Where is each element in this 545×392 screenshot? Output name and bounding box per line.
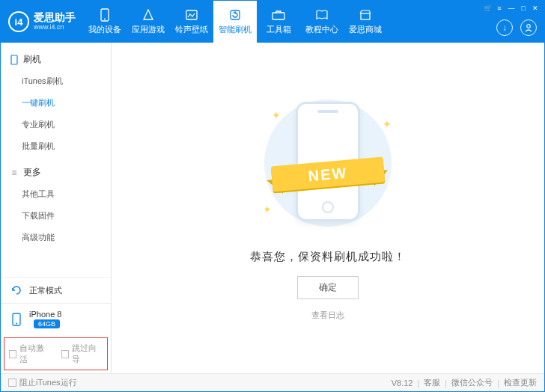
- nav-tutorials[interactable]: 教程中心: [300, 1, 344, 43]
- phone-icon: [10, 55, 19, 64]
- checkbox-skip-wizard[interactable]: 跳过向导: [61, 343, 103, 365]
- user-controls: ↓: [489, 13, 544, 43]
- nav-flash[interactable]: 智能刷机: [213, 1, 257, 43]
- window-controls: 🛒 ≡ — □ ✕: [483, 1, 544, 13]
- checkbox-icon: [9, 350, 16, 358]
- logo-icon: i4: [8, 11, 29, 32]
- update-link[interactable]: 检查更新: [504, 377, 537, 388]
- phone-icon: [98, 8, 112, 22]
- svg-rect-7: [11, 55, 17, 64]
- bottom-options-highlighted: 自动激活 跳过向导: [4, 337, 108, 370]
- toolbox-icon: [272, 8, 285, 22]
- support-link[interactable]: 客服: [424, 377, 440, 388]
- menu-icon[interactable]: ≡: [495, 4, 504, 13]
- version-label: V8.12: [392, 379, 413, 388]
- device-model: iPhone 8: [29, 310, 61, 319]
- sidebar-section-more[interactable]: ≡ 更多: [1, 162, 111, 183]
- topbar: i4 爱思助手 www.i4.cn 我的设备 应用游戏 铃声壁纸 智能刷机 工具…: [1, 1, 544, 43]
- nav-ringtones[interactable]: 铃声壁纸: [170, 1, 213, 43]
- brand-url: www.i4.cn: [34, 24, 76, 31]
- book-icon: [315, 8, 329, 22]
- logo-text: 爱思助手 www.i4.cn: [34, 12, 76, 31]
- minimize-icon[interactable]: —: [507, 4, 516, 13]
- mode-panel[interactable]: 正常模式: [1, 278, 111, 303]
- nav-label: 教程中心: [305, 24, 338, 35]
- cart-icon[interactable]: 🛒: [483, 4, 492, 13]
- sidebar-item-oneclick-flash[interactable]: 一键刷机: [1, 92, 111, 114]
- sidebar-item-itunes-flash[interactable]: iTunes刷机: [1, 70, 111, 92]
- checkbox-auto-activate[interactable]: 自动激活: [9, 343, 51, 365]
- download-icon[interactable]: ↓: [496, 19, 513, 36]
- main-area: 刷机 iTunes刷机 一键刷机 专业刷机 批量刷机 ≡ 更多 其他工具 下载固…: [1, 43, 544, 373]
- checkbox-icon: [61, 350, 69, 358]
- view-log-link[interactable]: 查看日志: [311, 310, 344, 321]
- more-icon: ≡: [10, 168, 19, 177]
- checkbox-block-itunes[interactable]: 阻止iTunes运行: [8, 377, 77, 388]
- chk-label: 跳过向导: [72, 343, 103, 365]
- nav-label: 应用游戏: [132, 24, 165, 35]
- success-message: 恭喜您，保资料刷机成功啦！: [250, 250, 406, 264]
- logo-block[interactable]: i4 爱思助手 www.i4.cn: [1, 1, 83, 43]
- device-icon: [10, 313, 23, 326]
- nav-store[interactable]: 爱思商城: [344, 1, 387, 43]
- confirm-button[interactable]: 确定: [297, 276, 359, 299]
- close-icon[interactable]: ✕: [531, 4, 540, 13]
- brand-name: 爱思助手: [34, 12, 76, 23]
- statusbar: 阻止iTunes运行 V8.12 | 客服 | 微信公众号 | 检查更新: [1, 373, 544, 391]
- section-title: 刷机: [23, 53, 41, 66]
- sidebar-item-advanced[interactable]: 高级功能: [1, 227, 111, 248]
- sidebar-item-batch-flash[interactable]: 批量刷机: [1, 135, 111, 157]
- chk-label: 阻止iTunes运行: [19, 377, 77, 388]
- svg-rect-2: [186, 10, 197, 19]
- success-hero: ✦ ✦ ✦ NEW 恭喜您，保资料刷机成功啦！ 确定 查看日志: [250, 88, 406, 321]
- device-capacity: 64GB: [34, 319, 60, 328]
- checkbox-icon: [8, 379, 16, 387]
- svg-point-9: [16, 322, 17, 324]
- flash-icon: [228, 8, 242, 22]
- sidebar-item-pro-flash[interactable]: 专业刷机: [1, 114, 111, 135]
- nav-my-device[interactable]: 我的设备: [83, 1, 127, 43]
- sparkle-icon: ✦: [272, 109, 281, 121]
- nav-label: 爱思商城: [349, 24, 382, 35]
- nav-label: 智能刷机: [219, 24, 252, 35]
- sidebar-item-download-fw[interactable]: 下载固件: [1, 205, 111, 227]
- svg-rect-5: [361, 13, 370, 19]
- top-nav: 我的设备 应用游戏 铃声壁纸 智能刷机 工具箱 教程中心 爱思商城: [83, 1, 483, 43]
- content-pane: ✦ ✦ ✦ NEW 恭喜您，保资料刷机成功啦！ 确定 查看日志: [112, 43, 544, 373]
- nav-label: 铃声壁纸: [175, 24, 208, 35]
- new-ribbon-icon: NEW: [272, 157, 384, 192]
- sidebar-section-flash[interactable]: 刷机: [1, 49, 111, 70]
- nav-label: 工具箱: [267, 24, 291, 35]
- section-title: 更多: [23, 166, 41, 179]
- store-icon: [359, 8, 372, 22]
- device-panel[interactable]: iPhone 8 64GB: [1, 303, 111, 334]
- apps-icon: [141, 8, 155, 22]
- sync-icon: [10, 284, 23, 297]
- wechat-link[interactable]: 微信公众号: [451, 377, 493, 388]
- svg-rect-4: [272, 13, 284, 19]
- sidebar: 刷机 iTunes刷机 一键刷机 专业刷机 批量刷机 ≡ 更多 其他工具 下载固…: [1, 43, 112, 373]
- nav-toolbox[interactable]: 工具箱: [257, 1, 300, 43]
- sidebar-item-other-tools[interactable]: 其他工具: [1, 183, 111, 205]
- maximize-icon[interactable]: □: [519, 4, 528, 13]
- ribbon-text: NEW: [271, 156, 385, 192]
- nav-label: 我的设备: [88, 24, 121, 35]
- svg-point-6: [527, 25, 531, 28]
- nav-apps[interactable]: 应用游戏: [127, 1, 170, 43]
- svg-point-1: [104, 19, 106, 20]
- sparkle-icon: ✦: [263, 203, 272, 215]
- success-illustration: ✦ ✦ ✦ NEW: [257, 88, 399, 238]
- sparkle-icon: ✦: [383, 118, 392, 130]
- mode-label: 正常模式: [29, 285, 62, 296]
- wallpaper-icon: [185, 8, 198, 22]
- chk-label: 自动激活: [19, 343, 50, 365]
- user-icon[interactable]: [520, 19, 537, 36]
